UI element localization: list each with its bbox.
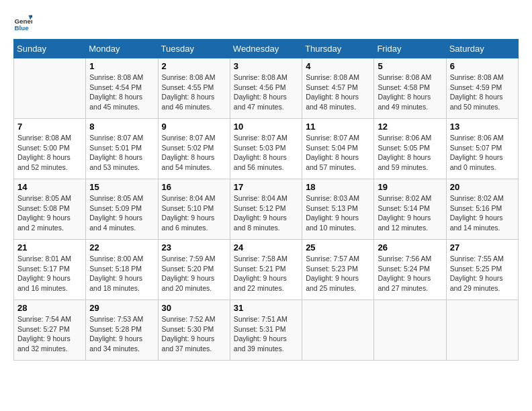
day-info: Sunrise: 8:08 AMSunset: 4:54 PMDaylight:… [89,73,154,112]
day-number: 26 [378,242,442,253]
day-info: Sunrise: 8:02 AMSunset: 5:16 PMDaylight:… [450,193,515,233]
day-number: 23 [162,242,226,253]
day-number: 21 [17,242,82,253]
day-number: 8 [89,122,154,132]
day-number: 3 [234,61,298,71]
day-info: Sunrise: 8:07 AMSunset: 5:04 PMDaylight:… [306,133,370,173]
day-info: Sunrise: 8:08 AMSunset: 4:58 PMDaylight:… [378,73,442,112]
calendar-week-row: 7Sunrise: 8:08 AMSunset: 5:00 PMDaylight… [14,119,519,179]
calendar-cell: 26Sunrise: 7:56 AMSunset: 5:24 PMDayligh… [374,240,446,300]
weekday-header-sunday: Sunday [14,40,86,58]
day-info: Sunrise: 7:57 AMSunset: 5:23 PMDaylight:… [306,254,370,293]
calendar-cell: 11Sunrise: 8:07 AMSunset: 5:04 PMDayligh… [302,119,374,179]
calendar-cell: 21Sunrise: 8:01 AMSunset: 5:17 PMDayligh… [14,240,86,300]
day-info: Sunrise: 8:03 AMSunset: 5:13 PMDaylight:… [306,193,370,233]
day-info: Sunrise: 7:55 AMSunset: 5:25 PMDaylight:… [450,254,515,293]
day-info: Sunrise: 7:59 AMSunset: 5:20 PMDaylight:… [162,254,226,293]
calendar-cell: 23Sunrise: 7:59 AMSunset: 5:20 PMDayligh… [158,240,230,300]
calendar-cell: 3Sunrise: 8:08 AMSunset: 4:56 PMDaylight… [230,58,302,119]
day-info: Sunrise: 7:53 AMSunset: 5:28 PMDaylight:… [89,314,154,354]
calendar-cell: 16Sunrise: 8:04 AMSunset: 5:10 PMDayligh… [158,179,230,240]
weekday-header-tuesday: Tuesday [158,40,230,58]
weekday-header-monday: Monday [86,40,158,58]
day-info: Sunrise: 7:54 AMSunset: 5:27 PMDaylight:… [17,314,82,354]
weekday-header-wednesday: Wednesday [230,40,302,58]
weekday-header-friday: Friday [374,40,446,58]
calendar-cell: 14Sunrise: 8:05 AMSunset: 5:08 PMDayligh… [14,179,86,240]
calendar-cell [14,58,86,119]
calendar-cell: 27Sunrise: 7:55 AMSunset: 5:25 PMDayligh… [446,240,518,300]
day-info: Sunrise: 8:08 AMSunset: 5:00 PMDaylight:… [17,133,82,173]
calendar-cell [302,300,374,361]
calendar-cell: 19Sunrise: 8:02 AMSunset: 5:14 PMDayligh… [374,179,446,240]
calendar-cell: 18Sunrise: 8:03 AMSunset: 5:13 PMDayligh… [302,179,374,240]
calendar-cell: 2Sunrise: 8:08 AMSunset: 4:55 PMDaylight… [158,58,230,119]
calendar-cell: 4Sunrise: 8:08 AMSunset: 4:57 PMDaylight… [302,58,374,119]
calendar-cell: 5Sunrise: 8:08 AMSunset: 4:58 PMDaylight… [374,58,446,119]
calendar-header: SundayMondayTuesdayWednesdayThursdayFrid… [14,40,519,58]
calendar-body: 1Sunrise: 8:08 AMSunset: 4:54 PMDaylight… [14,58,519,361]
calendar-cell: 29Sunrise: 7:53 AMSunset: 5:28 PMDayligh… [86,300,158,361]
calendar-cell: 25Sunrise: 7:57 AMSunset: 5:23 PMDayligh… [302,240,374,300]
calendar-week-row: 28Sunrise: 7:54 AMSunset: 5:27 PMDayligh… [14,300,519,361]
day-number: 11 [306,122,370,132]
day-number: 28 [17,303,82,313]
calendar-cell: 24Sunrise: 7:58 AMSunset: 5:21 PMDayligh… [230,240,302,300]
day-info: Sunrise: 8:08 AMSunset: 4:55 PMDaylight:… [162,73,226,112]
day-info: Sunrise: 8:05 AMSunset: 5:09 PMDaylight:… [89,193,154,233]
weekday-header-row: SundayMondayTuesdayWednesdayThursdayFrid… [14,40,519,58]
day-number: 20 [450,182,515,192]
calendar-cell: 10Sunrise: 8:07 AMSunset: 5:03 PMDayligh… [230,119,302,179]
page-header: General Blue [13,13,519,32]
calendar-cell: 8Sunrise: 8:07 AMSunset: 5:01 PMDaylight… [86,119,158,179]
day-info: Sunrise: 8:08 AMSunset: 4:59 PMDaylight:… [450,73,515,112]
day-number: 31 [234,303,298,313]
day-info: Sunrise: 8:06 AMSunset: 5:05 PMDaylight:… [378,133,442,173]
day-number: 25 [306,242,370,253]
calendar-cell: 30Sunrise: 7:52 AMSunset: 5:30 PMDayligh… [158,300,230,361]
day-info: Sunrise: 8:07 AMSunset: 5:02 PMDaylight:… [162,133,226,173]
calendar-cell [446,300,518,361]
day-info: Sunrise: 7:56 AMSunset: 5:24 PMDaylight:… [378,254,442,293]
calendar-cell [374,300,446,361]
calendar-week-row: 21Sunrise: 8:01 AMSunset: 5:17 PMDayligh… [14,240,519,300]
calendar-cell: 31Sunrise: 7:51 AMSunset: 5:31 PMDayligh… [230,300,302,361]
logo: General Blue [13,13,35,32]
day-number: 2 [162,61,226,71]
day-info: Sunrise: 7:52 AMSunset: 5:30 PMDaylight:… [162,314,226,354]
calendar-cell: 20Sunrise: 8:02 AMSunset: 5:16 PMDayligh… [446,179,518,240]
weekday-header-thursday: Thursday [302,40,374,58]
day-number: 9 [162,122,226,132]
day-info: Sunrise: 8:02 AMSunset: 5:14 PMDaylight:… [378,193,442,233]
day-number: 27 [450,242,515,253]
day-number: 18 [306,182,370,192]
calendar-cell: 17Sunrise: 8:04 AMSunset: 5:12 PMDayligh… [230,179,302,240]
day-number: 12 [378,122,442,132]
calendar-week-row: 1Sunrise: 8:08 AMSunset: 4:54 PMDaylight… [14,58,519,119]
day-number: 6 [450,61,515,71]
day-number: 24 [234,242,298,253]
day-info: Sunrise: 8:06 AMSunset: 5:07 PMDaylight:… [450,133,515,173]
day-number: 22 [89,242,154,253]
calendar-week-row: 14Sunrise: 8:05 AMSunset: 5:08 PMDayligh… [14,179,519,240]
calendar-cell: 12Sunrise: 8:06 AMSunset: 5:05 PMDayligh… [374,119,446,179]
day-number: 13 [450,122,515,132]
day-info: Sunrise: 8:08 AMSunset: 4:56 PMDaylight:… [234,73,298,112]
day-number: 29 [89,303,154,313]
day-info: Sunrise: 8:07 AMSunset: 5:01 PMDaylight:… [89,133,154,173]
day-number: 1 [89,61,154,71]
weekday-header-saturday: Saturday [446,40,518,58]
calendar-table: SundayMondayTuesdayWednesdayThursdayFrid… [13,39,519,361]
day-number: 14 [17,182,82,192]
svg-text:Blue: Blue [14,24,29,32]
calendar-cell: 13Sunrise: 8:06 AMSunset: 5:07 PMDayligh… [446,119,518,179]
day-info: Sunrise: 8:04 AMSunset: 5:12 PMDaylight:… [234,193,298,233]
calendar-cell: 22Sunrise: 8:00 AMSunset: 5:18 PMDayligh… [86,240,158,300]
day-info: Sunrise: 8:00 AMSunset: 5:18 PMDaylight:… [89,254,154,293]
day-number: 15 [89,182,154,192]
calendar-cell: 1Sunrise: 8:08 AMSunset: 4:54 PMDaylight… [86,58,158,119]
day-number: 7 [17,122,82,132]
day-info: Sunrise: 7:58 AMSunset: 5:21 PMDaylight:… [234,254,298,293]
day-number: 17 [234,182,298,192]
day-info: Sunrise: 8:05 AMSunset: 5:08 PMDaylight:… [17,193,82,233]
